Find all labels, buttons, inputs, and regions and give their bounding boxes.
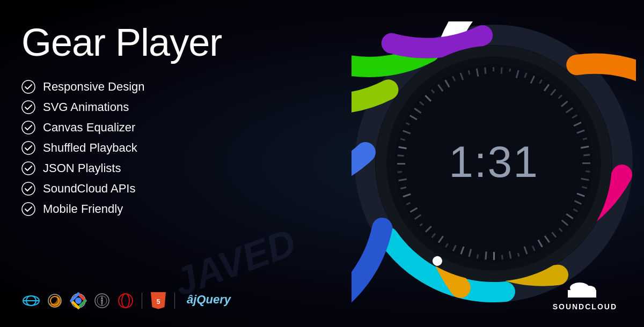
browser-icons: 5 âjQuery xyxy=(21,291,234,311)
divider-2 xyxy=(174,293,175,309)
jquery-logo: âjQuery xyxy=(186,291,234,311)
check-icon-soundcloud xyxy=(21,182,35,196)
feature-item-svg: SVG Animations xyxy=(21,100,258,114)
svg-text:1:31: 1:31 xyxy=(449,137,539,186)
firefox-icon xyxy=(45,291,64,310)
player-svg: 1:31 xyxy=(352,21,636,306)
svg-text:âjQuery: âjQuery xyxy=(187,293,232,306)
feature-label-responsive: Responsive Design xyxy=(43,80,145,94)
feature-label-mobile: Mobile Friendly xyxy=(43,202,123,216)
svg-point-0 xyxy=(22,80,35,93)
soundcloud-icon xyxy=(564,281,606,300)
svg-rect-115 xyxy=(568,290,596,298)
safari-icon xyxy=(92,291,112,310)
svg-point-5 xyxy=(22,182,35,195)
divider xyxy=(142,293,142,309)
feature-label-soundcloud: SoundCloud APIs xyxy=(43,182,135,196)
features-list: Responsive Design SVG Animations xyxy=(21,80,258,216)
check-icon-shuffled xyxy=(21,141,35,155)
check-icon-svg xyxy=(21,100,35,114)
soundcloud-logo: SOUNDCLOUD xyxy=(553,281,617,311)
right-panel: 1:31 xyxy=(327,8,644,319)
chrome-icon xyxy=(69,291,88,310)
svg-point-6 xyxy=(22,203,35,215)
feature-item-mobile: Mobile Friendly xyxy=(21,202,258,216)
svg-text:5: 5 xyxy=(157,298,160,306)
feature-label-json: JSON Playlists xyxy=(43,161,121,175)
opera-icon xyxy=(116,291,135,310)
feature-item-shuffled: Shuffled Playback xyxy=(21,141,258,155)
feature-item-soundcloud: SoundCloud APIs xyxy=(21,182,258,196)
feature-label-canvas: Canvas Equalizer xyxy=(43,121,135,135)
feature-item-json: JSON Playlists xyxy=(21,161,258,175)
check-icon-canvas xyxy=(21,121,35,135)
tech-icons-bar: 5 âjQuery xyxy=(21,291,258,311)
feature-label-svg: SVG Animations xyxy=(43,100,129,114)
feature-label-shuffled: Shuffled Playback xyxy=(43,141,137,155)
check-icon-mobile xyxy=(21,202,35,216)
svg-point-20 xyxy=(119,294,133,308)
html5-icon: 5 xyxy=(149,291,168,310)
svg-point-19 xyxy=(101,300,103,302)
check-icon-responsive xyxy=(21,80,35,94)
svg-point-14 xyxy=(76,298,81,303)
svg-rect-30 xyxy=(493,67,494,71)
app-title: Gear Player xyxy=(21,21,258,64)
soundcloud-text: SOUNDCLOUD xyxy=(553,302,617,311)
ie-icon xyxy=(21,291,41,310)
svg-point-21 xyxy=(122,294,129,308)
player-circle: 1:31 xyxy=(352,21,636,306)
svg-point-3 xyxy=(22,142,35,154)
svg-point-2 xyxy=(22,121,35,134)
feature-item-canvas: Canvas Equalizer xyxy=(21,121,258,135)
feature-item-responsive: Responsive Design xyxy=(21,80,258,94)
check-icon-json xyxy=(21,161,35,175)
svg-point-1 xyxy=(22,101,35,114)
left-panel: Gear Player Responsive Design xyxy=(0,0,279,327)
svg-point-4 xyxy=(22,162,35,175)
